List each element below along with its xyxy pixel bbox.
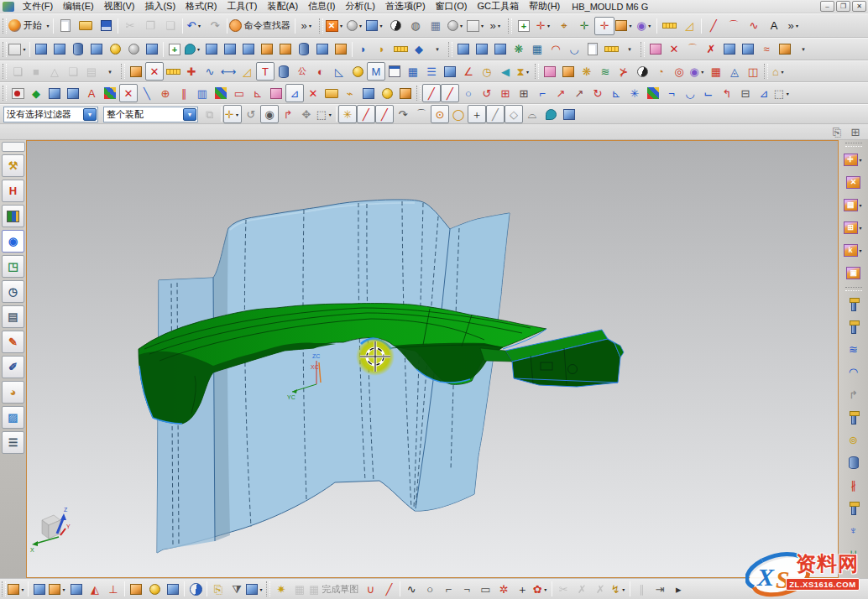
t-box[interactable]: T	[256, 62, 275, 81]
swoop-surface[interactable]: ◠	[546, 40, 565, 59]
toolbar-grip[interactable]	[266, 581, 270, 596]
zoom-view[interactable]: ▾	[345, 17, 365, 35]
line-tool[interactable]: ╱	[703, 17, 724, 35]
grid4-red[interactable]: ⊞	[496, 84, 515, 102]
ball-rg[interactable]: ◐	[311, 62, 330, 81]
menu-item-6[interactable]: 装配(A)	[262, 0, 303, 13]
menu-item-8[interactable]: 分析(L)	[340, 0, 379, 13]
red-cubes[interactable]	[559, 62, 578, 81]
marquee[interactable]: ⬚▾	[316, 105, 334, 123]
save-file[interactable]	[96, 17, 116, 35]
snap-plus[interactable]: ＋	[468, 105, 486, 123]
red-box-grid[interactable]: ▦	[707, 62, 725, 81]
k-red[interactable]: ⊾	[248, 84, 267, 102]
block[interactable]	[87, 40, 106, 59]
more-3[interactable]: ▾	[620, 40, 639, 59]
patch-tool[interactable]	[776, 40, 794, 59]
vector-dialog[interactable]: ✛	[574, 17, 594, 35]
fillet-1[interactable]: ⌐	[439, 580, 458, 598]
spline-r[interactable]: ∿	[201, 62, 219, 81]
sphere-diamond[interactable]: ◆	[410, 40, 428, 59]
background-swatch[interactable]: ▾	[466, 17, 486, 35]
add-component[interactable]: ▾	[49, 580, 67, 598]
more-2[interactable]: ▾	[428, 40, 447, 59]
toolbar-grip[interactable]	[641, 42, 645, 57]
plus-k[interactable]: ＋	[513, 580, 531, 598]
ext-grid[interactable]: ⊟	[736, 84, 755, 102]
hole[interactable]	[258, 40, 276, 59]
menu-item-11[interactable]: GC工具箱	[472, 0, 524, 13]
deviation-gauge[interactable]: ◬	[725, 62, 744, 81]
menu-item-2[interactable]: 视图(V)	[99, 0, 140, 13]
disc[interactable]	[124, 40, 143, 59]
section-analysis[interactable]: ◫	[744, 62, 762, 81]
font-aa[interactable]: A	[82, 84, 101, 102]
net-surface[interactable]: ▦	[528, 40, 546, 59]
arc-flag[interactable]: ◠	[841, 361, 866, 383]
mold-wizard-2[interactable]: ✕	[841, 171, 866, 194]
perp-arrow[interactable]: ⊥	[104, 580, 123, 598]
m-box[interactable]: M	[367, 62, 385, 81]
resource-tab-visualization[interactable]: ✐	[2, 356, 24, 378]
offset-surface[interactable]	[720, 40, 739, 59]
measure-angle[interactable]: ◿	[679, 17, 699, 35]
datum-plane[interactable]	[32, 40, 50, 59]
mold-wizard-5[interactable]: k▾	[841, 239, 866, 262]
snap-point[interactable]: ✛▾	[223, 105, 242, 123]
menu-item-9[interactable]: 首选项(P)	[380, 0, 431, 13]
resource-tab-constraint-navigator[interactable]: H	[2, 180, 24, 202]
snap-arc[interactable]: ↷	[394, 105, 412, 123]
angle-2[interactable]: ∠	[459, 62, 478, 81]
wing-surface[interactable]: ◡	[565, 40, 583, 59]
screw-1[interactable]	[841, 293, 866, 315]
box-rect[interactable]: ▭	[230, 84, 248, 102]
toolbar-grip[interactable]	[508, 18, 512, 34]
snap-star[interactable]: ✳	[338, 105, 357, 123]
table-blue[interactable]: ▦	[404, 62, 422, 81]
hands-sphere[interactable]: ◔	[651, 62, 670, 81]
tolerance-box[interactable]: 公	[293, 62, 311, 81]
styled-surface[interactable]: ❋	[510, 40, 528, 59]
star-burst[interactable]: ❋	[578, 62, 596, 81]
hourglass[interactable]: ⧗▾	[515, 62, 533, 81]
toolbar-grip[interactable]	[319, 18, 323, 34]
l-corner-2[interactable]: ¬	[662, 84, 681, 102]
csys-dialog[interactable]: ✛▾	[534, 17, 554, 35]
toolbar-grip[interactable]	[764, 64, 768, 79]
angle-gold[interactable]: ◿	[238, 62, 256, 81]
toolbar-grip[interactable]	[535, 64, 539, 79]
plus-123[interactable]: ✚	[182, 62, 201, 81]
resource-tab-roles[interactable]: ◕	[2, 381, 24, 404]
blue-cube[interactable]	[45, 84, 64, 102]
filter-cube[interactable]: ⧩	[227, 580, 246, 598]
pink-pair[interactable]	[267, 84, 285, 102]
snap-line[interactable]: ╱	[486, 105, 505, 123]
star-grid[interactable]: ✷	[272, 580, 290, 598]
x-board[interactable]: ✕	[145, 62, 164, 81]
rect-planes[interactable]: ▥	[193, 84, 212, 102]
mold-wizard-4[interactable]: ⊞▾	[841, 216, 866, 239]
restore-button[interactable]: ❐	[836, 1, 850, 12]
selection-filter-combo[interactable]: 没有选择过滤器▼	[3, 107, 98, 122]
open-file[interactable]	[76, 17, 96, 35]
move-object[interactable]: ▾	[8, 580, 26, 598]
u-red[interactable]: ∪	[361, 580, 379, 598]
resource-tab-html-report[interactable]: ◳	[2, 255, 24, 278]
spline-tool[interactable]: ∿	[744, 17, 764, 35]
menu-item-7[interactable]: 信息(I)	[303, 0, 340, 13]
rose[interactable]: ✿▾	[531, 580, 550, 598]
star-red[interactable]: ✲	[494, 580, 513, 598]
perspective[interactable]: ◍	[405, 17, 426, 35]
zigzag-tool[interactable]: ≋	[841, 338, 866, 361]
measure-distance[interactable]	[659, 17, 679, 35]
cube-10[interactable]	[359, 84, 378, 102]
resource-tab-information[interactable]: ▤	[2, 305, 24, 328]
resource-tab-assembly-navigator[interactable]: ⚒	[2, 154, 24, 177]
resource-tab-palette[interactable]: ✎	[2, 331, 24, 353]
thicken[interactable]	[739, 40, 757, 59]
k-arrows[interactable]: ⊁	[614, 62, 633, 81]
x-white[interactable]: ✕	[119, 84, 138, 102]
toolbar-grip[interactable]	[121, 64, 125, 79]
menu-item-5[interactable]: 工具(T)	[222, 0, 262, 13]
dock-grip[interactable]	[845, 143, 862, 147]
